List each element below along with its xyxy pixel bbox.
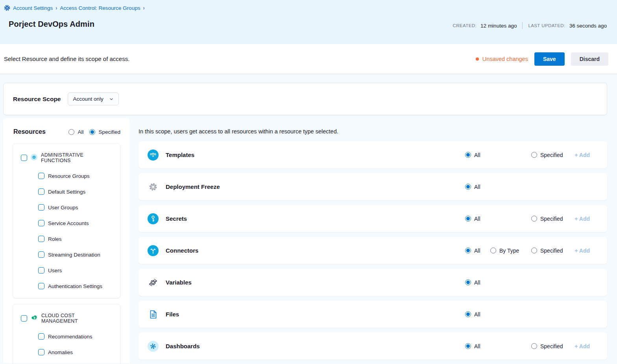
row-options: All Specified + Add (465, 343, 590, 349)
radio-icon (465, 216, 471, 222)
radio-option[interactable]: All (465, 216, 480, 222)
breadcrumb-separator: › (55, 4, 57, 11)
row-options: All By Type Specified + Add (465, 248, 590, 254)
resource-checkbox-item: Anomalies (21, 349, 112, 355)
resources-title: Resources (13, 128, 46, 135)
radio-label: Specified (540, 343, 563, 349)
item-checkbox[interactable] (38, 333, 44, 340)
radio-option[interactable]: Specified (531, 343, 563, 349)
radio-icon (531, 343, 537, 349)
unsaved-changes-indicator: Unsaved changes (476, 56, 528, 62)
item-checkbox[interactable] (38, 204, 44, 211)
item-label: Roles (48, 236, 62, 242)
last-updated-label: LAST UPDATED: (528, 23, 565, 28)
resource-checkbox-item: User Groups (21, 204, 112, 211)
item-label: Anomalies (48, 349, 73, 355)
add-button[interactable]: + Add (575, 248, 590, 254)
created-label: CREATED: (453, 23, 477, 28)
radio-label: Specified (98, 129, 120, 135)
resource-type-row: Templates All Specified + Add (139, 141, 607, 168)
radio-icon (531, 216, 537, 222)
resources-panel: Resources All Specified ADMINISTRATIVE F… (3, 118, 130, 364)
page-header: Account Settings › Access Control: Resou… (0, 0, 617, 44)
item-label: Resource Groups (48, 173, 90, 179)
item-checkbox[interactable] (38, 236, 44, 242)
variables-icon (148, 277, 159, 288)
radio-label: All (474, 343, 480, 349)
item-checkbox[interactable] (38, 283, 44, 289)
item-checkbox[interactable] (38, 173, 44, 179)
resource-group-header: ADMINISTRATIVE FUNCTIONS (21, 152, 112, 163)
radio-option[interactable]: Specified (531, 216, 563, 222)
resource-checkbox-item: Roles (21, 236, 112, 242)
radio-option[interactable]: Specified (89, 129, 120, 135)
header-meta: CREATED: 12 minutes ago LAST UPDATED: 36… (453, 22, 607, 29)
radio-label: All (474, 279, 480, 286)
resource-type-row: Files All (139, 301, 607, 328)
radio-option[interactable]: All (465, 248, 480, 254)
created-value: 12 minutes ago (480, 23, 517, 29)
item-checkbox[interactable] (38, 267, 44, 273)
add-button[interactable]: + Add (575, 216, 590, 222)
add-button[interactable]: + Add (575, 152, 590, 158)
radio-icon (465, 311, 471, 317)
item-label: Service Accounts (48, 220, 89, 226)
connectors-icon (148, 245, 159, 256)
radio-label: All (78, 129, 83, 135)
item-checkbox[interactable] (38, 220, 44, 226)
meta-divider (522, 22, 523, 29)
resources-header: Resources All Specified (3, 118, 130, 143)
resource-type-name: Variables (166, 279, 192, 286)
svg-text:$: $ (33, 316, 35, 320)
item-checkbox[interactable] (38, 251, 44, 258)
breadcrumb-access-control-resource-groups[interactable]: Access Control: Resource Groups (60, 5, 140, 11)
radio-label: All (474, 248, 480, 254)
resource-type-row: Secrets All Specified + Add (139, 205, 607, 232)
unsaved-changes-label: Unsaved changes (482, 56, 528, 62)
resource-type-name: Files (166, 311, 179, 318)
radio-option[interactable]: By Type (490, 248, 519, 254)
resource-group-header: $ CLOUD COST MANAGEMENT (21, 313, 112, 324)
files-icon (148, 309, 159, 320)
radio-label: All (474, 311, 480, 318)
item-label: Streaming Destination (48, 252, 100, 258)
radio-option[interactable]: All (465, 152, 480, 158)
radio-icon (465, 184, 471, 190)
resource-type-name: Secrets (166, 215, 187, 222)
save-button[interactable]: Save (534, 52, 565, 66)
resource-type-name: Dashboards (166, 343, 200, 349)
resource-checkbox-item: Authentication Settings (21, 283, 112, 289)
resource-type-name: Templates (166, 152, 194, 158)
discard-button[interactable]: Discard (571, 52, 608, 66)
row-options: All (465, 279, 590, 286)
toolbar-actions: Unsaved changes Save Discard (476, 52, 608, 66)
radio-option[interactable]: All (68, 129, 83, 135)
radio-label: All (474, 152, 480, 158)
resources-mode-options: All Specified (68, 129, 120, 135)
item-checkbox[interactable] (38, 349, 44, 355)
radio-option[interactable]: All (465, 184, 480, 190)
secrets-icon (148, 213, 159, 224)
item-checkbox[interactable] (38, 188, 44, 195)
resource-checkbox-item: Recommendations (21, 333, 112, 340)
add-button[interactable]: + Add (575, 343, 590, 349)
radio-option[interactable]: Specified (531, 248, 563, 254)
group-checkbox[interactable] (21, 155, 27, 161)
group-label: ADMINISTRATIVE FUNCTIONS (41, 152, 112, 163)
group-checkbox[interactable] (21, 315, 27, 322)
resource-checkbox-item: Resource Groups (21, 173, 112, 179)
radio-label: Specified (540, 216, 563, 222)
row-options: All Specified + Add (465, 216, 590, 222)
radio-option[interactable]: Specified (531, 152, 563, 158)
breadcrumb-account-settings[interactable]: Account Settings (13, 5, 53, 11)
resource-group-card: $ CLOUD COST MANAGEMENT Recommendations … (13, 304, 120, 364)
radio-option[interactable]: All (465, 279, 480, 286)
resource-type-row: Deployment Freeze All (139, 173, 607, 200)
resource-scope-label: Resource Scope (13, 96, 61, 103)
row-options: All (465, 311, 590, 318)
radio-option[interactable]: All (465, 343, 480, 349)
toolbar: Select Resource and define its scope of … (0, 44, 617, 74)
radio-option[interactable]: All (465, 311, 480, 318)
radio-label: By Type (499, 248, 519, 254)
resource-scope-select[interactable]: Account only (68, 92, 119, 105)
